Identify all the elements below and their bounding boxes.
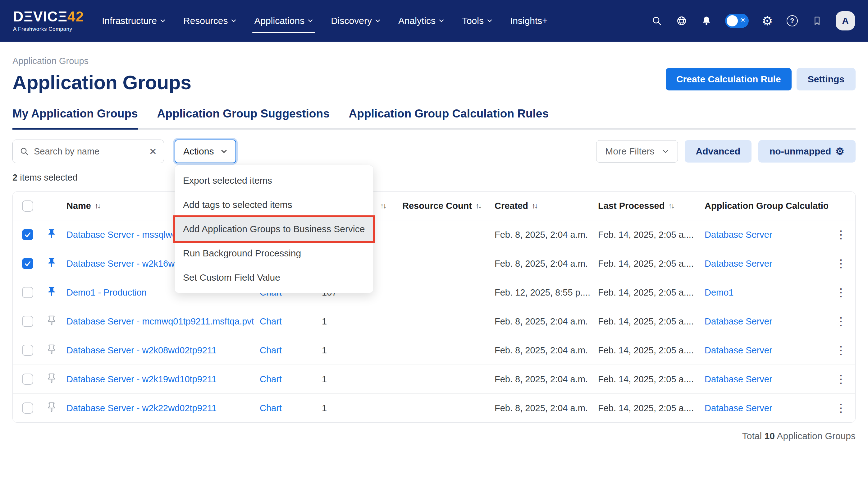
pin-icon[interactable]	[46, 344, 57, 355]
search-icon[interactable]	[651, 14, 663, 27]
pin-icon[interactable]	[46, 373, 57, 384]
column-header-resource-count[interactable]: Resource Count↑↓	[402, 192, 481, 220]
menu-item-set-custom-field-value[interactable]: Set Custom Field Value	[175, 265, 373, 290]
menu-item-run-background-processing[interactable]: Run Background Processing	[175, 241, 373, 265]
menu-item-export-selected[interactable]: Export selected items	[175, 169, 373, 193]
nav-resources[interactable]: Resources	[183, 0, 237, 42]
pin-icon[interactable]	[46, 286, 57, 297]
chevron-down-icon	[221, 148, 227, 155]
chart-link[interactable]: Chart	[260, 345, 282, 355]
calculation-rule-link[interactable]: Database Server	[705, 230, 772, 240]
actions-button[interactable]: Actions	[175, 140, 236, 163]
bookmark-icon[interactable]	[811, 14, 823, 27]
row-menu-icon[interactable]: ⋮	[827, 316, 855, 327]
tab-my-application-groups[interactable]: My Application Groups	[12, 107, 138, 128]
sort-icon[interactable]: ↑↓	[380, 202, 385, 210]
group-name-link[interactable]: Database Server - w2k08wd02tp9211	[66, 345, 217, 355]
chart-link[interactable]: Chart	[260, 374, 282, 384]
clear-search-icon[interactable]: ✕	[149, 146, 157, 157]
nav-infrastructure[interactable]: Infrastructure	[102, 0, 165, 42]
column-header-created[interactable]: Created↑↓	[495, 192, 537, 220]
resource-count: 1	[322, 403, 495, 413]
menu-item-add-tags[interactable]: Add tags to selected items	[175, 193, 373, 217]
group-name-link[interactable]: Database Server - mssqlwd0	[66, 230, 182, 240]
row-menu-icon[interactable]: ⋮	[827, 402, 855, 414]
settings-button[interactable]: Settings	[797, 68, 856, 90]
group-name-link[interactable]: Database Server - w2k22wd02tp9211	[66, 403, 217, 413]
selection-status: 2 items selected	[12, 173, 856, 183]
more-filters-button[interactable]: More Filters	[596, 140, 678, 162]
last-processed-date: Feb. 14, 2025, 2:05 a....	[598, 259, 705, 269]
advanced-filter-button[interactable]: Advanced	[685, 140, 751, 162]
nav-tools[interactable]: Tools	[462, 0, 492, 42]
pin-icon[interactable]	[46, 229, 57, 239]
group-name-link[interactable]: Demo1 - Production	[66, 288, 147, 297]
calculation-rule-link[interactable]: Database Server	[705, 259, 772, 269]
search-input[interactable]	[34, 146, 144, 157]
chevron-down-icon	[439, 18, 444, 24]
calculation-rule-link[interactable]: Database Server	[705, 345, 772, 355]
pin-icon[interactable]	[46, 257, 57, 268]
menu-item-add-to-business-service[interactable]: Add Application Groups to Business Servi…	[175, 217, 373, 241]
nav-discovery[interactable]: Discovery	[331, 0, 380, 42]
logo-subtitle: A Freshworks Company	[13, 26, 84, 32]
row-checkbox[interactable]	[22, 345, 33, 356]
device42-logo[interactable]: DΞVICΞ42 A Freshworks Company	[13, 9, 84, 32]
calculation-rule-link[interactable]: Demo1	[705, 288, 734, 297]
tab-application-group-calculation-rules[interactable]: Application Group Calculation Rules	[349, 107, 549, 128]
bell-icon[interactable]	[700, 14, 713, 27]
column-header-calculation-rule[interactable]: Application Group Calculation Rule	[705, 192, 828, 220]
calculation-rule-link[interactable]: Database Server	[705, 403, 772, 413]
theme-toggle[interactable]: ☀	[725, 14, 749, 28]
column-header-hidden-sort[interactable]: ↑↓	[380, 192, 385, 220]
sort-icon[interactable]: ↑↓	[95, 202, 100, 210]
sort-icon[interactable]: ↑↓	[668, 202, 674, 210]
chevron-down-icon	[308, 18, 313, 24]
saved-filter-button[interactable]: no-unmapped⚙	[758, 140, 856, 162]
group-name-link[interactable]: Database Server - w2k16wq0	[66, 259, 185, 269]
row-menu-icon[interactable]: ⋮	[827, 287, 855, 298]
chart-link[interactable]: Chart	[260, 403, 282, 413]
created-date: Feb. 8, 2025, 2:04 a.m.	[495, 259, 598, 269]
table-row: Database Server - mcmwq01tp9211.msftqa.p…	[13, 307, 855, 336]
page-title: Application Groups	[12, 71, 191, 94]
pin-icon[interactable]	[46, 315, 57, 326]
group-name-link[interactable]: Database Server - w2k19wd10tp9211	[66, 374, 217, 384]
help-icon[interactable]: ?	[786, 14, 798, 27]
row-checkbox[interactable]	[22, 258, 33, 269]
actions-dropdown-menu: Export selected items Add tags to select…	[175, 165, 373, 293]
row-checkbox[interactable]	[22, 402, 33, 414]
application-groups-table: Name↑↓ ↑↓ Resource Count↑↓ Created↑↓ Las…	[12, 191, 856, 423]
calculation-rule-link[interactable]: Database Server	[705, 374, 772, 384]
nav-analytics[interactable]: Analytics	[398, 0, 444, 42]
row-checkbox[interactable]	[22, 229, 33, 240]
select-all-checkbox[interactable]	[22, 201, 33, 212]
toolbar: ✕ Actions Export selected items Add tags…	[12, 140, 856, 163]
breadcrumb: Application Groups	[12, 56, 191, 66]
column-header-name[interactable]: Name↑↓	[66, 192, 100, 220]
group-name-link[interactable]: Database Server - mcmwq01tp9211.msftqa.p…	[66, 317, 254, 326]
row-menu-icon[interactable]: ⋮	[827, 229, 855, 240]
sort-icon[interactable]: ↑↓	[532, 202, 537, 210]
gear-icon[interactable]: ⚙	[761, 14, 774, 27]
globe-icon[interactable]	[675, 14, 688, 27]
row-checkbox[interactable]	[22, 287, 33, 298]
sort-icon[interactable]: ↑↓	[476, 202, 481, 210]
tab-application-group-suggestions[interactable]: Application Group Suggestions	[157, 107, 330, 128]
search-box: ✕	[12, 140, 164, 163]
row-menu-icon[interactable]: ⋮	[827, 374, 855, 385]
chevron-down-icon	[662, 148, 669, 155]
nav-insights[interactable]: Insights+	[510, 0, 548, 42]
nav-applications[interactable]: Applications	[254, 0, 313, 42]
create-calculation-rule-button[interactable]: Create Calculation Rule	[666, 68, 792, 90]
row-checkbox[interactable]	[22, 316, 33, 327]
chevron-down-icon	[375, 18, 380, 24]
row-menu-icon[interactable]: ⋮	[827, 258, 855, 269]
row-checkbox[interactable]	[22, 374, 33, 385]
user-avatar[interactable]: A	[836, 11, 855, 30]
calculation-rule-link[interactable]: Database Server	[705, 317, 772, 326]
column-header-last-processed[interactable]: Last Processed↑↓	[598, 192, 674, 220]
row-menu-icon[interactable]: ⋮	[827, 345, 855, 356]
chart-link[interactable]: Chart	[260, 317, 282, 326]
pin-icon[interactable]	[46, 402, 57, 412]
